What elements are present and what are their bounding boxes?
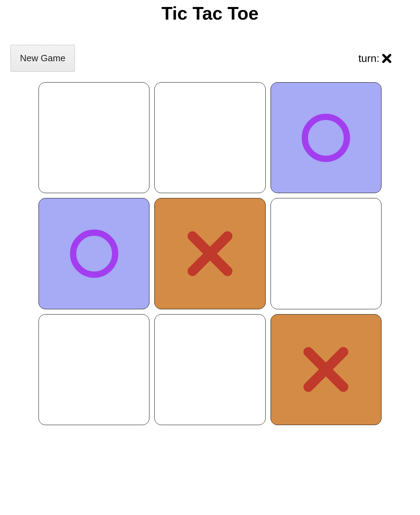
o-mark-icon (66, 226, 122, 282)
cell-1-2[interactable] (271, 198, 382, 309)
cell-1-0 (38, 198, 149, 309)
cell-2-1[interactable] (154, 314, 265, 425)
x-mark-icon (298, 341, 354, 397)
cell-0-0[interactable] (38, 82, 149, 193)
game-board (38, 82, 382, 425)
svg-point-2 (305, 117, 347, 159)
cell-2-2 (271, 314, 382, 425)
controls-bar: New Game turn: (4, 45, 416, 82)
cell-0-2 (271, 82, 382, 193)
turn-mark-icon (382, 53, 392, 64)
new-game-button[interactable]: New Game (10, 45, 75, 72)
page-title: Tic Tac Toe (4, 3, 416, 24)
cell-1-1 (154, 198, 265, 309)
cell-2-0[interactable] (38, 314, 149, 425)
x-mark-icon (182, 226, 238, 282)
turn-label: turn: (358, 52, 379, 64)
turn-indicator: turn: (358, 52, 410, 64)
cell-0-1[interactable] (154, 82, 265, 193)
svg-point-3 (73, 233, 115, 275)
o-mark-icon (298, 110, 354, 166)
